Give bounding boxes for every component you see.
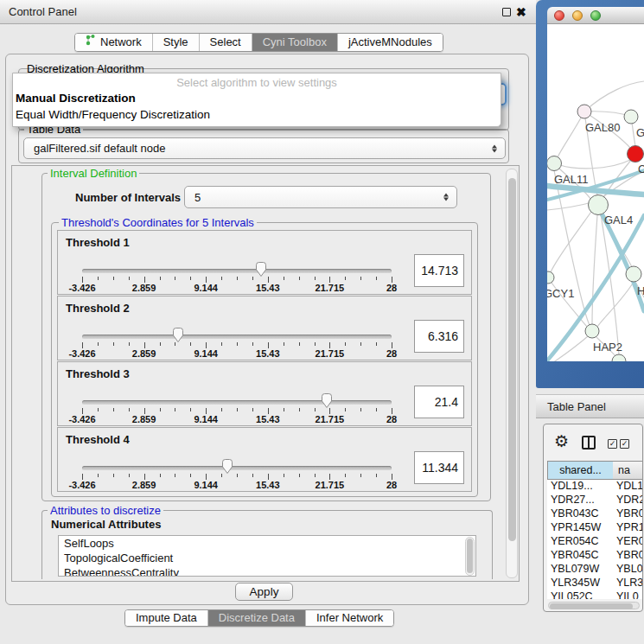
- screen: Control Panel ✖ NetworkStyleSelectCyni T…: [0, 0, 644, 644]
- threshold-value-field[interactable]: 6.316: [414, 320, 464, 353]
- slider-track[interactable]: [82, 400, 392, 405]
- tab-label: Discretize Data: [219, 610, 295, 626]
- network-node-h[interactable]: [626, 266, 641, 282]
- column-header-shared-name[interactable]: shared...: [547, 461, 614, 480]
- network-edge[interactable]: [584, 81, 644, 112]
- interval-definition-title: Interval Definition: [48, 167, 139, 180]
- table-row[interactable]: YBR043CYBR0: [547, 507, 643, 521]
- tab-jactivemnodules[interactable]: jActiveMNodules: [337, 34, 443, 51]
- control-panel-titlebar: Control Panel ✖: [0, 0, 536, 24]
- cell-name: YBR0: [613, 507, 643, 521]
- float-window-icon[interactable]: [502, 8, 511, 16]
- network-edge[interactable]: [592, 215, 597, 324]
- network-node-gcy1[interactable]: [547, 271, 554, 284]
- network-edge[interactable]: [558, 112, 584, 157]
- slider-thumb[interactable]: [220, 458, 234, 478]
- table-row[interactable]: YBL079WYBL0: [547, 563, 643, 577]
- mac-close-button[interactable]: [554, 10, 564, 21]
- attribute-item-topologicalcoefficient[interactable]: TopologicalCoefficient: [59, 551, 475, 565]
- numerical-attributes-label: Numerical Attributes: [51, 518, 161, 531]
- table-row[interactable]: YPR145WYPR1: [547, 521, 643, 535]
- tab-cyni-toolbox[interactable]: Cyni Toolbox: [252, 34, 337, 51]
- network-node-gal4[interactable]: [589, 195, 609, 215]
- checkbox-icon[interactable]: ✓: [620, 439, 629, 449]
- table-row[interactable]: YDL19...YDL1: [547, 480, 643, 494]
- network-node[interactable]: [612, 354, 626, 361]
- settings-scrollbar[interactable]: [506, 169, 518, 578]
- cell-shared-name: YER054C: [547, 535, 613, 549]
- tab-infer-network[interactable]: Infer Network: [305, 610, 393, 626]
- numerical-attributes-list[interactable]: SelfLoopsTopologicalCoefficientBetweenne…: [58, 535, 476, 577]
- network-node-gal80[interactable]: [577, 105, 591, 118]
- network-canvas[interactable]: GAL80GACGAL11GAL4HGCY1HAP2: [547, 24, 644, 361]
- cell-shared-name: YBL079W: [547, 563, 613, 577]
- algorithm-option-manual-discretization[interactable]: Manual Discretization: [16, 92, 136, 105]
- network-node-c[interactable]: [628, 146, 644, 163]
- attribute-item-selfloops[interactable]: SelfLoops: [59, 536, 475, 551]
- mac-minimize-button[interactable]: [572, 10, 583, 21]
- network-edge[interactable]: [551, 209, 593, 272]
- network-icon: [86, 34, 95, 51]
- tab-network[interactable]: Network: [75, 34, 152, 51]
- table-hscrollbar[interactable]: [548, 602, 640, 609]
- cell-shared-name: YLR345W: [547, 577, 613, 590]
- cell-shared-name: YBR043C: [547, 507, 613, 521]
- tab-label: jActiveMNodules: [348, 34, 432, 51]
- attributes-scrollbar[interactable]: [465, 537, 475, 576]
- node-label: C: [638, 163, 644, 175]
- stepper-arrows-icon: [492, 144, 497, 152]
- tab-style[interactable]: Style: [152, 34, 199, 51]
- slider-thumb[interactable]: [171, 327, 185, 347]
- table-body[interactable]: YDL19...YDL1YDR27...YDR2YBR043CYBR0YPR14…: [547, 480, 643, 599]
- gear-icon[interactable]: ⚙: [554, 431, 569, 451]
- network-node-gal11[interactable]: [547, 156, 562, 171]
- table-data-combo[interactable]: galFiltered.sif default node: [23, 137, 506, 159]
- table-row[interactable]: YLR345WYLR3: [547, 577, 643, 590]
- column-layout-icon[interactable]: [582, 436, 596, 450]
- slider-thumb[interactable]: [254, 261, 268, 281]
- mac-zoom-button[interactable]: [590, 10, 601, 21]
- network-edge[interactable]: [560, 160, 630, 169]
- network-edge[interactable]: [547, 336, 588, 361]
- threshold-value-field[interactable]: 21.4: [414, 386, 464, 418]
- slider-track[interactable]: [82, 335, 392, 339]
- table-row[interactable]: YIL052CYIL0: [547, 590, 643, 599]
- cell-name: YDL1: [613, 480, 643, 494]
- slider-thumb[interactable]: [320, 392, 334, 412]
- table-row[interactable]: YDR27...YDR2: [547, 494, 643, 507]
- tab-label: Select: [210, 34, 241, 51]
- thresholds-group: Threshold's Coordinates for 5 Intervals …: [51, 222, 478, 497]
- number-of-intervals-combo[interactable]: 5: [184, 186, 457, 208]
- network-node-hap2[interactable]: [585, 324, 599, 338]
- checkbox-icon[interactable]: ✓: [608, 439, 617, 449]
- algorithm-option-equal-width-frequency-discretization[interactable]: Equal Width/Frequency Discretization: [16, 108, 210, 121]
- node-label: GAL80: [585, 121, 620, 134]
- cell-name: YLR3: [613, 577, 643, 590]
- network-node-ga[interactable]: [624, 110, 638, 124]
- table-row[interactable]: YER054CYER0: [547, 535, 643, 549]
- tab-impute-data[interactable]: Impute Data: [125, 610, 207, 626]
- network-edge[interactable]: [547, 202, 592, 210]
- threshold-value-field[interactable]: 14.713: [414, 254, 464, 287]
- cell-shared-name: YDR27...: [547, 494, 613, 507]
- apply-button[interactable]: Apply: [235, 583, 293, 601]
- thresholds-group-title: Threshold's Coordinates for 5 Intervals: [59, 216, 257, 229]
- slider-track[interactable]: [82, 466, 392, 470]
- threshold-value-field[interactable]: 11.344: [414, 451, 464, 484]
- slider-track[interactable]: [82, 269, 392, 273]
- stepper-arrows-icon: [443, 194, 449, 201]
- node-label: GAL11: [554, 173, 589, 186]
- close-icon[interactable]: ✖: [516, 3, 526, 21]
- cell-name: YIL0: [613, 590, 643, 599]
- tab-discretize-data[interactable]: Discretize Data: [207, 610, 305, 626]
- tab-select[interactable]: Select: [199, 34, 252, 51]
- table-row[interactable]: YBR045CYBR0: [547, 549, 643, 563]
- threshold-panel-3: Threshold 3-3.4262.8599.14415.4321.71528…: [57, 361, 472, 426]
- table-panel-window: ⚙ ✓ ✓ shared... na YDL19...YDL1YDR27...Y…: [543, 424, 643, 612]
- column-header-name[interactable]: na: [613, 461, 643, 480]
- attribute-item-betweennesscentrality[interactable]: BetweennessCentrality: [59, 565, 475, 577]
- panel-title: Control Panel: [9, 0, 77, 23]
- node-label: GAL4: [604, 214, 633, 226]
- attributes-group: Attributes to discretize Numerical Attri…: [41, 510, 493, 579]
- slider-tick-labels: -3.4262.8599.14415.4321.71528: [82, 283, 392, 293]
